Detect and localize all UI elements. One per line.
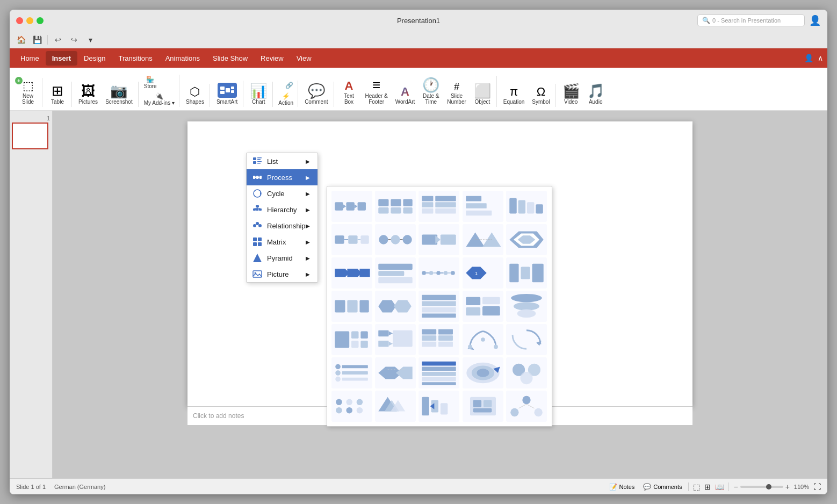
date-time-button[interactable]: 🕐 Date &Time [419,76,443,107]
object-button[interactable]: ⬜ Object [471,82,494,107]
comments-button[interactable]: 💬 Comments [641,482,684,492]
gallery-item-22[interactable] [375,324,416,355]
gallery-item-31[interactable] [331,391,372,422]
smartart-picture-item[interactable]: Picture ▶ [247,266,318,282]
action-button[interactable]: ⚡ Action [276,91,295,107]
table-button[interactable]: ⊞ Table [46,82,69,107]
smartart-matrix-item[interactable]: Matrix ▶ [247,234,318,250]
gallery-item-16[interactable] [331,291,372,322]
customize-quick-access[interactable]: ▾ [83,34,97,46]
gallery-item-29[interactable] [463,357,503,388]
menu-design[interactable]: Design [77,51,112,66]
status-right: 📝 Notes 💬 Comments ⬚ ⊞ 📖 − + 110% ⛶ [607,482,821,492]
menu-view[interactable]: View [290,51,318,66]
screenshot-button[interactable]: 📷 Screenshot [102,82,136,107]
search-box[interactable]: 🔍 0 - Search in Presentation [697,15,805,26]
maximize-button[interactable] [37,17,44,24]
gallery-item-2[interactable] [375,191,416,222]
zoom-slider[interactable] [740,486,783,488]
minimize-button[interactable] [26,17,33,24]
menu-animations[interactable]: Animations [159,51,206,66]
user-icon[interactable]: 👤 [809,15,821,26]
gallery-item-26[interactable] [331,357,372,388]
equation-button[interactable]: π Equation [500,84,528,107]
gallery-item-33[interactable] [418,391,459,422]
gallery-item-27[interactable] [375,357,416,388]
gallery-item-23[interactable] [418,324,459,355]
gallery-item-35[interactable] [506,391,547,422]
wordart-button[interactable]: A WordArt [392,84,418,107]
undo-button[interactable]: ↩ [51,34,65,46]
gallery-item-30[interactable] [506,357,547,388]
gallery-item-8[interactable] [418,224,459,255]
gallery-item-9[interactable] [463,224,503,255]
view-reading-icon[interactable]: 📖 [715,483,724,491]
gallery-item-25[interactable] [506,324,547,355]
zoom-out-button[interactable]: − [733,483,738,491]
picture-menu-label: Picture [267,270,288,278]
collapse-ribbon-icon[interactable]: ∧ [818,54,823,62]
menu-insert[interactable]: Insert [46,51,77,66]
gallery-item-34[interactable] [463,391,503,422]
redo-button[interactable]: ↪ [67,34,81,46]
gallery-item-15[interactable] [506,257,547,289]
gallery-item-17[interactable] [375,291,416,322]
gallery-item-10[interactable] [506,224,547,255]
fit-to-window-button[interactable]: ⛶ [813,483,821,491]
smartart-relationship-item[interactable]: Relationship ▶ [247,218,318,234]
gallery-item-21[interactable] [331,324,372,355]
gallery-item-7[interactable] [375,224,416,255]
view-grid-icon[interactable]: ⊞ [704,483,711,491]
close-button[interactable] [16,17,23,24]
smartart-list-item[interactable]: List ▶ [247,153,318,169]
my-addins-button[interactable]: 🔌 My Add-ins ▾ [142,91,177,107]
view-normal-icon[interactable]: ⬚ [693,483,700,491]
pictures-button[interactable]: 🖼 Pictures [75,82,101,107]
shapes-button[interactable]: ⬡ Shapes [183,84,207,107]
store-button[interactable]: 🏪 Store [142,75,159,90]
gallery-item-11[interactable] [331,257,372,289]
gallery-item-24[interactable] [463,324,503,355]
gallery-item-19[interactable] [463,291,503,322]
menu-home[interactable]: Home [14,51,46,66]
header-footer-button[interactable]: ≡ Header &Footer [362,76,391,107]
comment-button[interactable]: 💬 Comment [301,82,331,107]
new-slide-button[interactable]: + ⬚ NewSlide [16,78,40,107]
gallery-item-6[interactable] [331,224,372,255]
video-button[interactable]: 🎬 Video [559,82,583,107]
smartart-cycle-item[interactable]: Cycle ▶ [247,185,318,201]
home-toolbar-icon[interactable]: 🏠 [14,34,28,46]
gallery-item-5[interactable] [506,191,547,222]
gallery-item-4[interactable] [463,191,503,222]
gallery-item-14[interactable]: 1 [463,257,503,289]
smartart-process-item[interactable]: Process ▶ [247,169,318,185]
gallery-item-1[interactable] [331,191,372,222]
gallery-item-32[interactable] [375,391,416,422]
svg-rect-128 [438,335,453,341]
gallery-item-12[interactable] [375,257,416,289]
smartart-pyramid-item[interactable]: Pyramid ▶ [247,250,318,266]
audio-button[interactable]: 🎵 Audio [584,82,608,107]
user-account-icon[interactable]: 👤 [804,54,813,62]
picture-chevron-icon: ▶ [306,271,310,277]
save-button[interactable]: 💾 [30,34,44,46]
gallery-item-18[interactable] [418,291,459,322]
menu-slideshow[interactable]: Slide Show [206,51,254,66]
notes-button[interactable]: 📝 Notes [607,482,637,492]
gallery-item-20[interactable] [506,291,547,322]
gallery-item-28[interactable] [418,357,459,388]
smartart-button[interactable]: SmartArt [213,81,241,107]
menu-transitions[interactable]: Transitions [112,51,159,66]
slide-thumbnail-1[interactable] [12,123,48,149]
hyperlink-button[interactable]: 🔗 [283,81,295,90]
gallery-item-13[interactable] [418,257,459,289]
textbox-button[interactable]: A TextBox [337,78,361,107]
menu-review[interactable]: Review [254,51,290,66]
zoom-in-button[interactable]: + [785,483,790,491]
chart-button[interactable]: 📊 Chart [247,82,270,107]
slide-number-button[interactable]: # SlideNumber [444,80,470,107]
symbol-button[interactable]: Ω Symbol [529,84,553,107]
smartart-gallery: 1 [327,186,552,427]
smartart-hierarchy-item[interactable]: Hierarchy ▶ [247,201,318,218]
gallery-item-3[interactable] [418,191,459,222]
